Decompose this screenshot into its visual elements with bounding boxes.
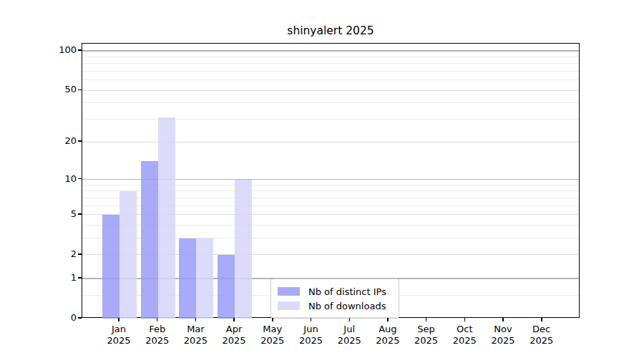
bars-layer [82,44,579,317]
bar-downloads-mar [196,238,213,319]
plot-area: Nb of distinct IPs Nb of downloads [82,43,580,318]
y-tick-mark [78,253,82,255]
legend-swatch-downloads [278,301,300,310]
y-tick-label: 1 [0,271,77,284]
y-tick-label: 20 [0,135,77,147]
x-tick-mark [311,318,312,321]
x-tick-label: Dec2025 [519,324,565,346]
y-tick-label: 5 [0,208,77,221]
y-tick-mark [78,90,82,91]
x-tick-mark [541,318,542,321]
legend-item-distinct-ips: Nb of distinct IPs [278,284,391,299]
y-tick-mark [78,49,82,51]
bar-downloads-jan [119,191,137,319]
y-tick-mark [78,178,82,180]
legend-item-downloads: Nb of downloads [278,299,391,313]
x-tick-mark [272,318,273,321]
y-tick-label: 0 [0,311,77,324]
legend: Nb of distinct IPs Nb of downloads [270,279,399,319]
y-tick-mark [78,317,82,319]
bar-distinct-ips-feb [141,161,158,319]
legend-swatch-distinct-ips [278,287,300,296]
x-tick-month: Dec [519,324,565,335]
x-tick-year: 2025 [519,335,565,347]
y-tick-label: 100 [0,44,77,57]
y-tick-label: 50 [0,83,77,96]
x-tick-mark [118,318,119,321]
x-tick-mark [195,318,197,321]
x-tick-mark [157,318,158,321]
chart-title: shinyalert 2025 [82,24,580,40]
x-tick-mark [502,318,504,321]
x-tick-mark [349,318,351,321]
bar-distinct-ips-mar [179,238,196,319]
x-tick-mark [233,318,235,321]
x-tick-mark [387,318,389,321]
legend-label-distinct-ips: Nb of distinct IPs [308,286,386,297]
bar-downloads-feb [158,117,175,319]
bar-distinct-ips-apr [218,255,235,319]
bar-downloads-apr [235,180,252,319]
x-tick-mark [464,318,466,321]
legend-label-downloads: Nb of downloads [308,301,386,311]
y-tick-label: 2 [0,248,77,261]
x-tick-mark [426,318,427,321]
bar-distinct-ips-jan [102,215,119,319]
y-tick-mark [78,277,82,279]
chart-figure: shinyalert 2025 Nb of distinct IPs Nb of… [0,0,644,358]
y-tick-mark [78,213,82,215]
y-tick-label: 10 [0,173,77,185]
y-tick-mark [78,140,82,142]
